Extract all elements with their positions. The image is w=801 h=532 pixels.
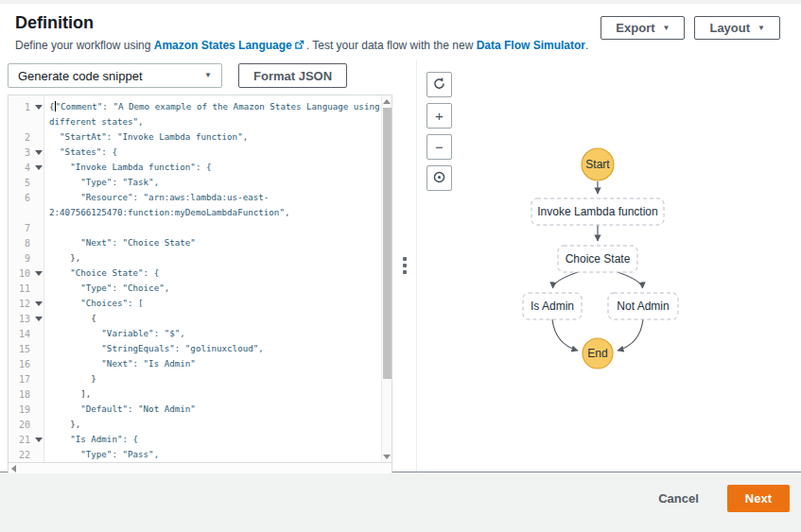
- code-line[interactable]: ],: [49, 386, 381, 402]
- code-line[interactable]: "StartAt": "Invoke Lambda function",: [49, 129, 381, 145]
- format-json-button[interactable]: Format JSON: [238, 63, 347, 88]
- code-line[interactable]: "Resource": "arn:aws:lambda:us-east-: [49, 190, 381, 205]
- subtitle-text: . Test your data flow with the new: [306, 39, 477, 52]
- code-line[interactable]: "Variable": "$",: [49, 326, 381, 341]
- editor-vertical-scrollbar[interactable]: [381, 95, 392, 462]
- gutter-row: 5: [9, 175, 44, 190]
- gutter-row: 21: [9, 432, 44, 447]
- code-line[interactable]: {: [49, 311, 381, 326]
- data-flow-simulator-link[interactable]: Data Flow Simulator: [477, 39, 585, 52]
- code-line[interactable]: {"Comment": "A Demo example of the Amazo…: [49, 99, 381, 114]
- scrollbar-thumb[interactable]: [383, 108, 392, 379]
- line-number: 20: [9, 420, 33, 430]
- scroll-up-icon[interactable]: [382, 95, 392, 107]
- code-line[interactable]: "Invoke Lambda function": {: [49, 160, 381, 175]
- node-choice-state-label: Choice State: [566, 252, 631, 266]
- graph-controls: +−: [427, 72, 452, 191]
- editor-horizontal-scrollbar[interactable]: [9, 462, 392, 473]
- fold-slot: [33, 150, 44, 155]
- gutter-row: 1: [9, 99, 44, 114]
- code-line[interactable]: },: [49, 417, 381, 432]
- line-number: 3: [9, 147, 33, 158]
- header: Definition Define your workflow using Am…: [0, 4, 801, 60]
- editor-toolbar: Generate code snippet ▼ Format JSON: [8, 63, 396, 88]
- code-line[interactable]: "Default": "Not Admin": [49, 402, 381, 417]
- code-token: "Is Admin": {: [49, 434, 138, 444]
- scroll-left-icon[interactable]: [9, 463, 19, 474]
- line-number: 13: [9, 314, 33, 324]
- gutter-row: 16: [9, 356, 44, 371]
- code-line[interactable]: 2:407566125470:function:myDemoLambdaFunc…: [49, 205, 381, 220]
- code-editor[interactable]: 12345678910111213141516171819202122 {"Co…: [8, 94, 392, 473]
- code-token: "Invoke Lambda function": {: [49, 162, 211, 172]
- gutter-row: [9, 114, 44, 129]
- workflow-canvas[interactable]: +− Start Invo: [416, 60, 801, 472]
- code-line[interactable]: "States": {: [49, 145, 381, 160]
- code-line[interactable]: },: [49, 250, 381, 266]
- code-token: {: [49, 313, 96, 323]
- export-button[interactable]: Export▼: [601, 16, 685, 40]
- gutter-row: 6: [9, 190, 44, 205]
- zoom-out-button[interactable]: −: [427, 134, 452, 160]
- center-view-button[interactable]: [427, 165, 452, 191]
- code-line[interactable]: "Next": "Choice State": [49, 235, 381, 250]
- generate-code-snippet-select[interactable]: Generate code snippet ▼: [8, 63, 222, 88]
- zoom-in-button[interactable]: +: [427, 103, 452, 129]
- editor-code-area[interactable]: {"Comment": "A Demo example of the Amazo…: [44, 95, 381, 462]
- node-end[interactable]: End: [583, 338, 613, 369]
- next-button[interactable]: Next: [727, 485, 790, 512]
- fold-caret-icon[interactable]: [35, 271, 43, 276]
- node-is-admin[interactable]: Is Admin: [523, 293, 582, 319]
- select-value: Generate code snippet: [18, 69, 143, 83]
- node-not-admin[interactable]: Not Admin: [608, 293, 678, 319]
- code-line[interactable]: "Next": "Is Admin": [49, 356, 381, 371]
- page-title: Definition: [15, 13, 588, 33]
- node-start[interactable]: Start: [582, 148, 614, 180]
- gutter-row: 3: [9, 145, 44, 160]
- layout-button-label: Layout: [709, 21, 750, 35]
- code-token: different states",: [49, 116, 144, 127]
- code-line[interactable]: [49, 220, 381, 235]
- cancel-button[interactable]: Cancel: [658, 491, 699, 506]
- code-line[interactable]: "Choice State": {: [49, 266, 381, 281]
- gutter-row: 15: [9, 341, 44, 356]
- code-line[interactable]: "StringEquals": "golinuxcloud",: [49, 341, 381, 356]
- subtitle-text: Define your workflow using: [15, 39, 154, 52]
- line-number: 7: [9, 223, 33, 233]
- fold-caret-icon[interactable]: [35, 301, 43, 306]
- fold-caret-icon[interactable]: [35, 317, 43, 321]
- gutter-row: 19: [9, 402, 44, 417]
- workflow-diagram: Start Invoke Lambda function Choice Stat…: [417, 60, 801, 472]
- code-line[interactable]: "Type": "Choice",: [49, 281, 381, 296]
- line-number: 17: [9, 374, 33, 385]
- code-line[interactable]: "Choices": [: [49, 296, 381, 311]
- fold-caret-icon[interactable]: [35, 150, 43, 155]
- node-invoke-lambda[interactable]: Invoke Lambda function: [531, 198, 664, 225]
- code-line[interactable]: "Is Admin": {: [49, 432, 381, 447]
- code-token: ],: [49, 388, 91, 399]
- code-line[interactable]: "Type": "Task",: [49, 175, 381, 190]
- external-link-icon[interactable]: [294, 40, 305, 53]
- fold-caret-icon[interactable]: [35, 165, 43, 170]
- divider-drag-handle[interactable]: [403, 257, 407, 274]
- header-actions: Export▼Layout▼: [601, 13, 780, 40]
- node-is-admin-label: Is Admin: [531, 300, 574, 313]
- node-invoke-lambda-label: Invoke Lambda function: [537, 205, 657, 218]
- node-choice-state[interactable]: Choice State: [558, 246, 637, 272]
- code-token: "States": {: [49, 146, 117, 157]
- code-line[interactable]: different states",: [49, 114, 381, 129]
- definition-pane: Generate code snippet ▼ Format JSON 1234…: [0, 60, 396, 472]
- scroll-down-icon[interactable]: [382, 451, 392, 462]
- fold-caret-icon[interactable]: [35, 105, 43, 110]
- code-line[interactable]: "Type": "Pass",: [49, 447, 381, 462]
- layout-button[interactable]: Layout▼: [694, 16, 780, 40]
- gutter-row: 7: [9, 220, 44, 235]
- reset-zoom-button[interactable]: [427, 72, 452, 97]
- fold-slot: [33, 317, 44, 321]
- code-line[interactable]: }: [49, 371, 381, 386]
- code-token: },: [49, 419, 80, 429]
- line-number: 21: [9, 435, 33, 445]
- amazon-states-language-link[interactable]: Amazon States Language: [154, 39, 292, 52]
- fold-caret-icon[interactable]: [35, 438, 43, 442]
- fold-slot: [33, 438, 44, 442]
